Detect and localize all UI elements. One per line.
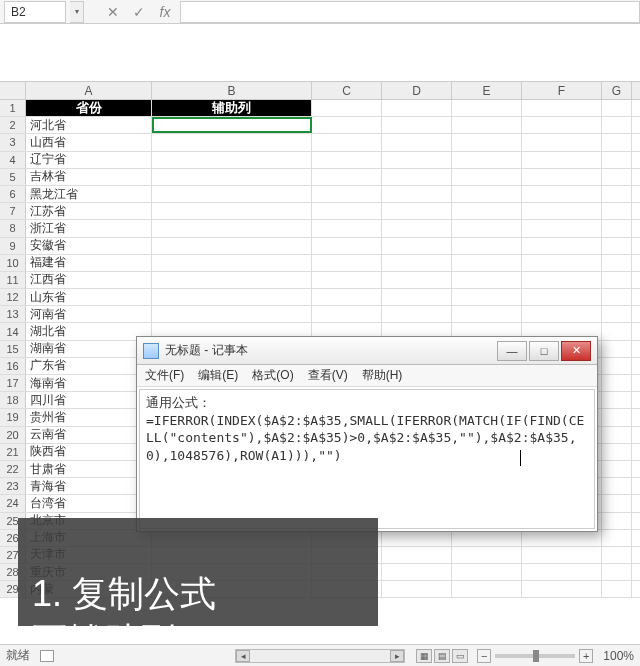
cell[interactable]: 浙江省 [26,220,152,236]
cell[interactable] [602,564,632,580]
cell[interactable] [452,581,522,597]
cell[interactable] [152,255,312,271]
active-cell[interactable] [152,117,312,133]
row-header[interactable]: 3 [0,134,26,150]
cell[interactable] [152,272,312,288]
cell[interactable] [522,255,602,271]
cell[interactable] [522,564,602,580]
cell[interactable] [382,169,452,185]
cell[interactable]: 江苏省 [26,203,152,219]
cell[interactable]: 吉林省 [26,169,152,185]
cell[interactable] [452,100,522,116]
cell[interactable] [382,220,452,236]
cell[interactable]: 广东省 [26,358,152,374]
col-header-F[interactable]: F [522,82,602,99]
row-header[interactable]: 19 [0,409,26,425]
cell[interactable]: 河南省 [26,306,152,322]
cell[interactable] [522,581,602,597]
cell[interactable] [602,186,632,202]
cell[interactable] [452,203,522,219]
cell[interactable] [522,306,602,322]
cell[interactable] [602,289,632,305]
cell[interactable] [382,272,452,288]
cell[interactable] [602,220,632,236]
cell[interactable] [522,169,602,185]
notepad-window[interactable]: 无标题 - 记事本 — □ ✕ 文件(F) 编辑(E) 格式(O) 查看(V) … [136,336,598,532]
cell[interactable] [522,117,602,133]
cell[interactable]: 黑龙江省 [26,186,152,202]
cell[interactable] [452,238,522,254]
col-header-G[interactable]: G [602,82,632,99]
row-header[interactable]: 9 [0,238,26,254]
cell[interactable]: 云南省 [26,427,152,443]
scroll-right-arrow[interactable]: ▸ [390,650,404,662]
cell[interactable]: 贵州省 [26,409,152,425]
row-header[interactable]: 20 [0,427,26,443]
cell[interactable]: 海南省 [26,375,152,391]
menu-view[interactable]: 查看(V) [308,367,348,384]
cell[interactable] [522,289,602,305]
accept-icon[interactable]: ✓ [130,4,148,20]
col-header-E[interactable]: E [452,82,522,99]
view-normal-button[interactable]: ▦ [416,649,432,663]
cell[interactable] [602,478,632,494]
cell[interactable] [452,255,522,271]
cell[interactable] [602,392,632,408]
cell[interactable] [382,203,452,219]
view-layout-button[interactable]: ▤ [434,649,450,663]
zoom-thumb[interactable] [533,650,539,662]
cell[interactable] [312,100,382,116]
cell[interactable] [522,203,602,219]
cell[interactable] [382,564,452,580]
cell[interactable] [602,323,632,339]
cell[interactable] [452,186,522,202]
cell[interactable] [602,581,632,597]
fx-icon[interactable]: fx [156,4,174,20]
cell[interactable] [522,100,602,116]
row-header[interactable]: 2 [0,117,26,133]
row-header[interactable]: 5 [0,169,26,185]
name-box-dropdown[interactable]: ▾ [70,1,84,23]
cell[interactable] [522,134,602,150]
cell[interactable] [382,152,452,168]
cell[interactable] [602,117,632,133]
row-header[interactable]: 15 [0,341,26,357]
select-all-corner[interactable] [0,82,26,99]
row-header[interactable]: 7 [0,203,26,219]
cell[interactable] [312,117,382,133]
cell[interactable] [452,134,522,150]
cell[interactable] [452,169,522,185]
cell[interactable] [602,272,632,288]
cell[interactable]: 青海省 [26,478,152,494]
cell[interactable] [152,203,312,219]
row-header[interactable]: 21 [0,444,26,460]
cell[interactable] [602,547,632,563]
cell[interactable]: 四川省 [26,392,152,408]
cell[interactable] [312,134,382,150]
cell[interactable] [312,306,382,322]
cell[interactable] [382,530,452,546]
cell[interactable] [312,203,382,219]
cell[interactable]: 山西省 [26,134,152,150]
cell[interactable] [312,255,382,271]
cell[interactable]: 辽宁省 [26,152,152,168]
cell[interactable] [452,306,522,322]
cell[interactable] [382,117,452,133]
cell[interactable] [382,306,452,322]
cell[interactable] [522,547,602,563]
cell[interactable] [522,238,602,254]
view-pagebreak-button[interactable]: ▭ [452,649,468,663]
cell[interactable] [602,203,632,219]
cell[interactable] [602,409,632,425]
cell[interactable]: 陕西省 [26,444,152,460]
row-header[interactable]: 12 [0,289,26,305]
cell[interactable] [382,547,452,563]
cell[interactable] [382,255,452,271]
cell[interactable]: 辅助列 [152,100,312,116]
row-header[interactable]: 13 [0,306,26,322]
menu-edit[interactable]: 编辑(E) [198,367,238,384]
cell[interactable] [452,117,522,133]
col-header-B[interactable]: B [152,82,312,99]
cell[interactable]: 湖南省 [26,341,152,357]
cell[interactable] [312,272,382,288]
